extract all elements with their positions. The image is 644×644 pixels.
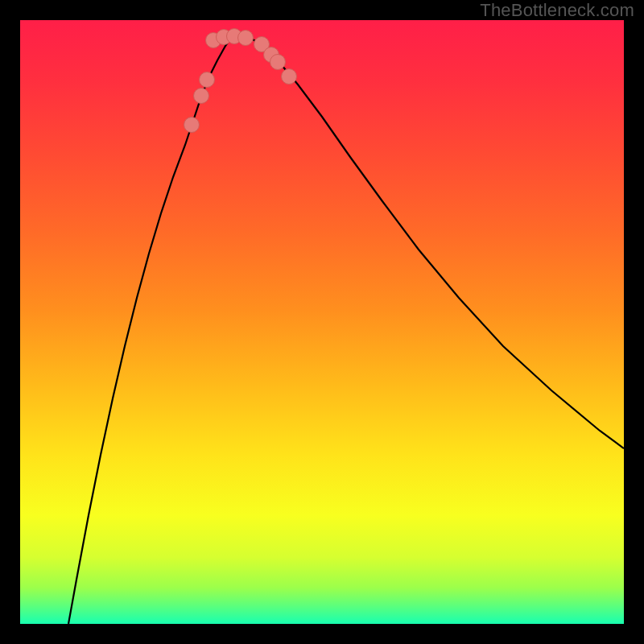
bottleneck-chart	[20, 20, 624, 624]
curve-marker	[200, 72, 215, 88]
curve-marker	[270, 55, 286, 70]
curve-marker	[184, 118, 200, 133]
chart-background	[20, 20, 624, 624]
watermark-text: TheBottleneck.com	[480, 0, 634, 21]
curve-marker	[194, 89, 209, 104]
curve-marker	[282, 69, 297, 85]
curve-marker	[238, 31, 254, 46]
chart-frame	[20, 20, 624, 624]
